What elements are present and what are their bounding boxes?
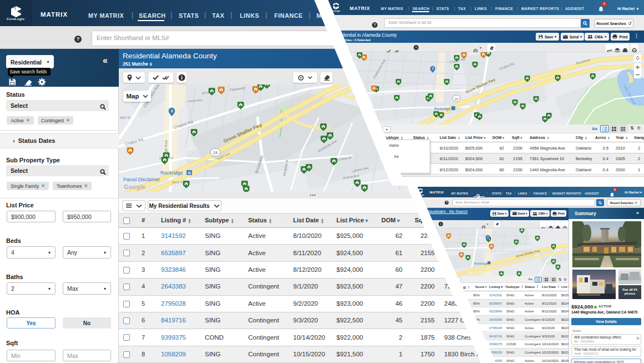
svg-text:60th St: 60th St — [120, 116, 131, 120]
svg-text:Google: Google — [124, 183, 145, 190]
svg-text:Rockridge: Rockridge — [434, 107, 451, 111]
svg-text:Birch Ct: Birch Ct — [172, 180, 184, 184]
svg-text:Rockridge: Rockridge — [474, 262, 488, 265]
svg-text:▤: ▤ — [188, 171, 191, 175]
svg-text:24: 24 — [455, 97, 458, 101]
svg-text:24: 24 — [213, 151, 218, 155]
svg-text:Rockridge: Rockridge — [160, 170, 183, 176]
svg-text:Parcel Disclaimer: Parcel Disclaimer — [123, 177, 160, 182]
